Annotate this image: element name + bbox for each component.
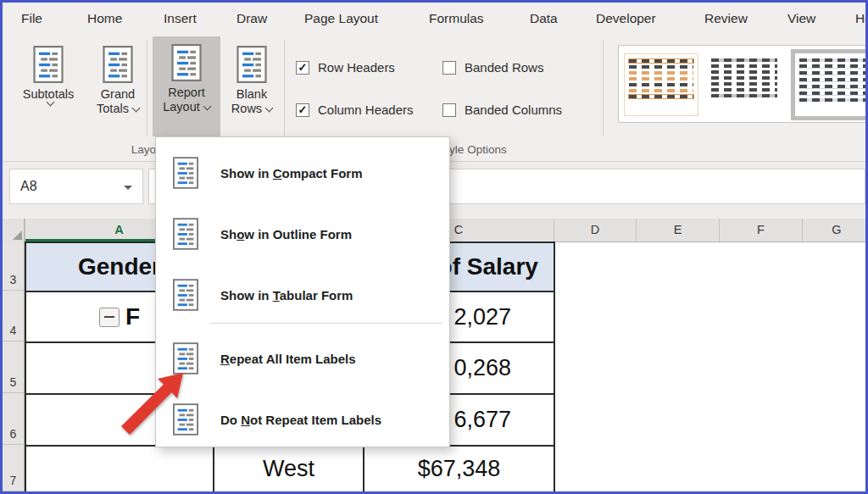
menu-item-show-in-outline-form[interactable]: Show in Outline Form <box>156 207 449 261</box>
tabular-form-icon <box>173 279 198 311</box>
name-box-dropdown-icon[interactable] <box>124 186 132 190</box>
excel-window: File Home Insert Draw Page Layout Formul… <box>0 0 868 494</box>
button-label: Report <box>168 86 205 100</box>
button-label: Blank <box>236 87 267 102</box>
name-box-value: A8 <box>20 179 37 193</box>
pivot-style-gray-thumbnail[interactable] <box>707 53 782 116</box>
column-header-e[interactable]: E <box>636 219 719 241</box>
divider <box>603 40 604 136</box>
red-pointer-arrow <box>108 358 202 443</box>
outline-form-icon <box>173 218 198 250</box>
tab-insert[interactable]: Insert <box>164 3 197 35</box>
tab-review[interactable]: Review <box>704 3 748 35</box>
tab-help[interactable]: Help <box>855 3 868 35</box>
column-header-f[interactable]: F <box>719 219 802 241</box>
row-header-6[interactable]: 6 <box>3 393 25 445</box>
tab-file[interactable]: File <box>21 3 42 35</box>
select-all-triangle-icon <box>13 230 22 240</box>
menu-item-label: Repeat All Item Labels <box>220 352 356 366</box>
menu-item-label: Show in Outline Form <box>220 227 352 241</box>
menu-separator <box>210 323 442 324</box>
cell-a7[interactable] <box>26 447 214 493</box>
checkbox-label: Banded Rows <box>465 60 543 75</box>
select-all-corner[interactable] <box>3 219 25 241</box>
banded-columns-checkbox[interactable]: Banded Columns <box>442 103 562 117</box>
chevron-down-icon <box>203 102 211 110</box>
menu-item-show-in-compact-form[interactable]: Show in Compact Form <box>156 146 449 200</box>
tab-formulas[interactable]: Formulas <box>429 3 484 35</box>
row-header-4[interactable]: 4 <box>3 291 25 341</box>
column-header-g[interactable]: G <box>802 219 868 241</box>
button-label: Grand <box>101 87 135 102</box>
chevron-down-icon <box>131 103 140 112</box>
checkbox-label: Banded Columns <box>465 103 562 117</box>
subtotals-button[interactable]: Subtotals <box>13 38 84 136</box>
grand-totals-button[interactable]: Grand Totals <box>86 38 150 136</box>
pivot-style-orange-thumbnail[interactable] <box>624 53 698 116</box>
row-header-5[interactable]: 5 <box>3 341 25 393</box>
minus-icon <box>104 316 114 318</box>
menu-item-label: Show in Tabular Form <box>220 288 353 303</box>
row-header-7[interactable]: 7 <box>3 445 25 491</box>
row-headers-checkbox[interactable]: ✓ Row Headers <box>296 60 395 75</box>
report-layout-icon <box>171 44 202 81</box>
chevron-down-icon <box>265 103 274 112</box>
checkbox-label: Column Headers <box>318 103 414 117</box>
checkmark-icon: ✓ <box>298 61 308 74</box>
menu-item-label: Do Not Repeat Item Labels <box>220 413 381 427</box>
checkbox-label: Row Headers <box>318 60 395 75</box>
tab-home[interactable]: Home <box>87 3 122 35</box>
pivot-styles-gallery <box>618 45 868 123</box>
tab-view[interactable]: View <box>787 3 815 35</box>
tab-page-layout[interactable]: Page Layout <box>304 3 378 35</box>
banded-rows-checkbox[interactable]: Banded Rows <box>442 60 543 75</box>
blank-rows-button[interactable]: Blank Rows <box>221 38 282 136</box>
menu-item-label: Show in Compact Form <box>220 166 363 180</box>
column-headers-checkbox[interactable]: ✓ Column Headers <box>296 103 414 117</box>
row-header-3[interactable]: 3 <box>3 241 25 291</box>
cell-b7[interactable]: West <box>214 447 364 493</box>
grand-totals-icon <box>103 46 133 83</box>
collapse-button[interactable] <box>99 308 120 327</box>
name-box[interactable]: A8 <box>9 169 143 204</box>
pivot-style-blue-thumbnail-selected[interactable] <box>795 53 868 116</box>
divider <box>284 40 285 136</box>
subtotals-icon <box>33 46 64 83</box>
tab-developer[interactable]: Developer <box>596 3 656 35</box>
report-layout-button[interactable]: Report Layout <box>153 36 220 136</box>
tab-data[interactable]: Data <box>530 3 558 35</box>
compact-form-icon <box>173 157 198 189</box>
checkmark-icon: ✓ <box>298 103 308 116</box>
cell-c7[interactable]: $67,348 <box>364 447 555 493</box>
divider <box>147 40 147 136</box>
blank-rows-icon <box>236 46 267 83</box>
menu-item-show-in-tabular-form[interactable]: Show in Tabular Form <box>156 268 449 322</box>
column-header-d[interactable]: D <box>554 219 636 241</box>
tab-draw[interactable]: Draw <box>236 3 267 35</box>
